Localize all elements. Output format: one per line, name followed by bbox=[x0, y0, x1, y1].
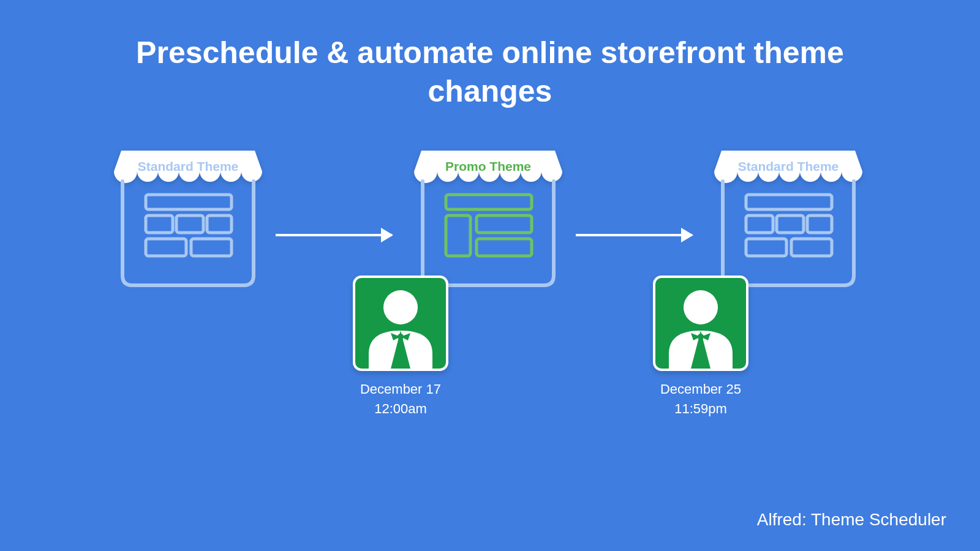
svg-rect-1 bbox=[146, 216, 173, 233]
schedule-time: 12:00am bbox=[339, 399, 462, 419]
product-name: Alfred: Theme Scheduler bbox=[757, 510, 946, 530]
schedule-second: December 25 11:59pm bbox=[639, 380, 762, 419]
arrow-icon bbox=[576, 234, 692, 236]
store-promo: Promo Theme bbox=[410, 147, 566, 290]
svg-rect-5 bbox=[191, 239, 232, 256]
schedule-time: 11:59pm bbox=[639, 399, 762, 419]
schedule-date: December 17 bbox=[339, 380, 462, 399]
svg-rect-15 bbox=[791, 239, 832, 256]
butler-icon bbox=[353, 276, 448, 371]
diagram-stage: Standard Theme Promo Theme bbox=[0, 147, 980, 465]
butler-icon bbox=[653, 276, 748, 371]
svg-rect-14 bbox=[746, 239, 786, 256]
svg-rect-7 bbox=[446, 216, 470, 256]
arrow-icon bbox=[276, 234, 392, 236]
svg-rect-12 bbox=[777, 216, 804, 233]
store-label: Standard Theme bbox=[710, 159, 866, 174]
store-standard-right: Standard Theme bbox=[710, 147, 866, 290]
page-title: Preschedule & automate online storefront… bbox=[0, 34, 980, 110]
store-standard-left: Standard Theme bbox=[110, 147, 266, 290]
svg-rect-4 bbox=[146, 239, 186, 256]
schedule-first: December 17 12:00am bbox=[339, 380, 462, 419]
svg-rect-11 bbox=[746, 216, 773, 233]
svg-rect-0 bbox=[146, 195, 232, 209]
svg-rect-10 bbox=[746, 195, 832, 209]
svg-point-18 bbox=[684, 290, 718, 324]
svg-rect-13 bbox=[807, 216, 832, 233]
schedule-date: December 25 bbox=[639, 380, 762, 399]
svg-rect-3 bbox=[207, 216, 232, 233]
store-label: Standard Theme bbox=[110, 159, 266, 174]
svg-rect-8 bbox=[477, 216, 532, 233]
svg-rect-2 bbox=[176, 216, 203, 233]
svg-rect-9 bbox=[477, 239, 532, 256]
svg-point-16 bbox=[383, 290, 418, 324]
store-label: Promo Theme bbox=[410, 159, 566, 174]
svg-rect-6 bbox=[446, 195, 532, 209]
